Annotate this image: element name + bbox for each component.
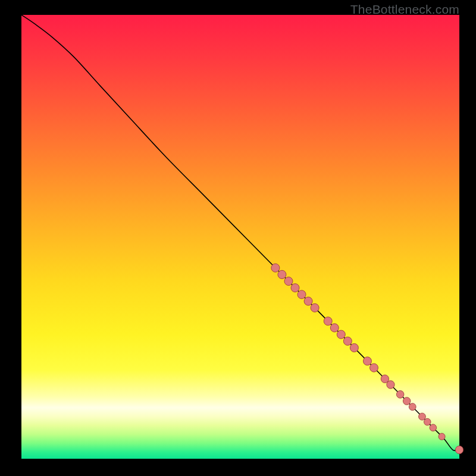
data-marker bbox=[298, 290, 306, 299]
data-marker bbox=[350, 343, 358, 352]
data-marker bbox=[369, 364, 378, 372]
data-marker bbox=[455, 446, 463, 453]
data-marker bbox=[403, 397, 411, 405]
data-marker bbox=[324, 317, 332, 325]
data-marker bbox=[291, 284, 299, 292]
data-marker bbox=[330, 324, 339, 332]
data-marker bbox=[396, 390, 404, 398]
data-marker bbox=[387, 381, 394, 389]
data-marker bbox=[337, 330, 345, 339]
data-marker bbox=[311, 303, 319, 312]
data-marker bbox=[343, 337, 352, 345]
data-marker bbox=[284, 277, 293, 286]
data-marker bbox=[304, 297, 312, 305]
data-marker bbox=[271, 264, 280, 272]
data-marker bbox=[278, 270, 286, 278]
chart-frame: TheBottleneck.com bbox=[0, 0, 476, 476]
data-marker bbox=[424, 418, 431, 425]
data-marker bbox=[419, 413, 426, 420]
marker-layer bbox=[271, 264, 464, 454]
data-marker bbox=[363, 357, 371, 365]
plot-area bbox=[21, 15, 459, 459]
data-marker bbox=[439, 433, 445, 440]
chart-curve-layer bbox=[21, 15, 459, 459]
data-marker bbox=[430, 424, 436, 431]
data-marker bbox=[409, 403, 416, 411]
